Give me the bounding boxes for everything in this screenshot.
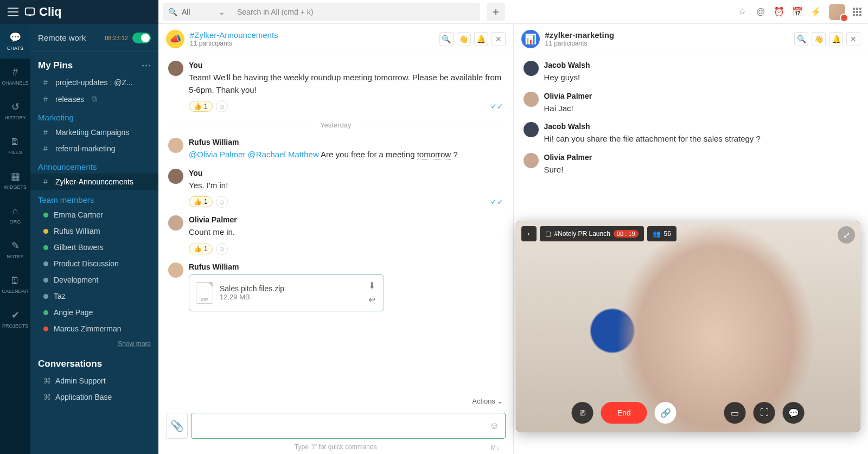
reaction-thumbs-up[interactable]: 👍 1 — [189, 244, 213, 254]
sender-name: Olivia Palmer — [189, 215, 503, 224]
sender-name: Olivia Palmer — [544, 153, 859, 162]
mention[interactable]: @Rachael Matthew — [248, 150, 319, 159]
channel-wave-button[interactable]: 👋 — [812, 32, 826, 46]
reaction-thumbs-up[interactable]: 👍 1 — [189, 196, 213, 207]
channel-search-button[interactable]: 🔍 — [439, 32, 454, 46]
hamburger-menu[interactable] — [8, 8, 18, 16]
markdown-hint: M↓ — [491, 444, 500, 451]
calendar-icon[interactable]: 📅 — [792, 7, 803, 17]
add-reaction-button[interactable]: ☺ — [216, 243, 228, 255]
team-item[interactable]: Product Discussion — [30, 255, 158, 272]
show-more-link[interactable]: Show more — [30, 337, 158, 351]
add-reaction-button[interactable]: ☺ — [216, 100, 228, 112]
message-text: @Olivia Palmer @Rachael Matthew Are you … — [189, 149, 503, 161]
video-expand-button[interactable]: ⤢ — [838, 226, 855, 244]
video-participants-pill[interactable]: 👥 56 — [647, 226, 676, 241]
people-icon: 👥 — [653, 230, 661, 238]
remote-toggle[interactable] — [132, 33, 151, 43]
status-dot — [43, 327, 48, 331]
nav-widgets[interactable]: ▦WIDGETS — [0, 163, 30, 197]
fullscreen-button[interactable]: ⛶ — [754, 402, 775, 424]
participant-count: 56 — [664, 230, 671, 238]
message: Jacob Walsh Hey guys! — [524, 61, 859, 84]
status-dot — [43, 245, 48, 250]
channel-close-button[interactable]: ✕ — [492, 32, 506, 46]
channel-subtitle: 11 participants — [545, 40, 615, 47]
share-icon[interactable]: ↩ — [366, 295, 377, 305]
status-dot — [43, 310, 48, 315]
end-call-button[interactable]: End — [601, 402, 647, 424]
team-item[interactable]: Angie Page — [30, 304, 158, 321]
channel-close-button[interactable]: ✕ — [846, 32, 860, 46]
video-feed — [516, 221, 861, 432]
channel-name[interactable]: #zylker-marketing — [545, 30, 615, 40]
remote-label: Remote work — [38, 33, 86, 42]
remote-time: 08:23:12 — [105, 35, 128, 41]
pin-item[interactable]: #releases⧉ — [30, 91, 158, 107]
nav-history[interactable]: ↺HISTORY — [0, 93, 30, 128]
pip-button[interactable]: ▭ — [724, 402, 746, 424]
nav-channels[interactable]: #CHANNELS — [0, 59, 30, 93]
channel-wave-button[interactable]: 👋 — [457, 32, 471, 46]
channel-item[interactable]: #referral-marketing — [30, 140, 158, 157]
star-icon[interactable]: ☆ — [737, 7, 748, 17]
svg-rect-0 — [25, 8, 35, 15]
video-title-pill[interactable]: ▢ #Notely PR Launch 00 : 19 — [540, 226, 644, 241]
history-icon: ↺ — [11, 101, 20, 113]
nav-notes[interactable]: ✎NOTES — [0, 232, 30, 267]
sender-name: Jacob Walsh — [544, 61, 859, 69]
message-text: Count me in. — [189, 226, 503, 239]
conversation-item[interactable]: ⌘Admin Support — [30, 373, 158, 389]
channel-search-button[interactable]: 🔍 — [794, 32, 808, 46]
reminder-icon[interactable]: ⏰ — [774, 7, 784, 17]
channel-notify-button[interactable]: 🔔 — [829, 32, 843, 46]
emoji-button[interactable]: ☺ — [489, 420, 499, 432]
message-input[interactable] — [197, 421, 484, 431]
add-reaction-button[interactable]: ☺ — [216, 196, 228, 208]
mentions-icon[interactable]: @ — [755, 7, 766, 17]
files-icon: 🗎 — [10, 136, 20, 148]
search-input[interactable]: Search in All (cmd + k) — [231, 3, 480, 21]
team-item[interactable]: Emma Cartner — [30, 207, 158, 223]
file-attachment[interactable]: ZIP Sales pitch files.zip 12.29 MB ⬇ ↩ — [189, 274, 384, 311]
bolt-icon[interactable]: ⚡ — [810, 7, 821, 17]
actions-dropdown[interactable]: Actions ⌄ — [158, 395, 513, 407]
nav-files[interactable]: 🗎FILES — [0, 128, 30, 163]
team-item[interactable]: Taz — [30, 288, 158, 304]
nav-calendar[interactable]: 🗓CALENDAR — [0, 267, 30, 302]
download-icon[interactable]: ⬇ — [366, 280, 377, 291]
nav-org[interactable]: ⌂ORG — [0, 197, 30, 232]
avatar — [524, 122, 539, 137]
channel-notify-button[interactable]: 🔔 — [474, 32, 488, 46]
search-scope-dropdown[interactable]: 🔍 All ⌄ — [163, 3, 231, 21]
team-item[interactable]: Marcus Zimmerman — [30, 321, 158, 337]
attach-button[interactable]: 📎 — [166, 413, 188, 439]
user-avatar[interactable] — [829, 4, 845, 20]
team-item[interactable]: Gilbert Bowers — [30, 239, 158, 255]
new-button[interactable]: ＋ — [487, 3, 505, 21]
conversation-item[interactable]: ⌘Application Base — [30, 389, 158, 405]
video-back-button[interactable]: ‹ — [521, 226, 537, 241]
app-logo[interactable]: Cliq — [24, 5, 62, 19]
channel-item[interactable]: #Marketing Campaigns — [30, 124, 158, 140]
channel-item-active[interactable]: #Zylker-Announcements — [30, 174, 158, 190]
team-item[interactable]: Development — [30, 272, 158, 288]
section-marketing: Marketing — [30, 107, 158, 124]
message-list[interactable]: You Team! We'll be having the weekly rou… — [158, 54, 513, 395]
video-call-overlay: ‹ ▢ #Notely PR Launch 00 : 19 👥 56 ⤢ ⎚ E… — [516, 221, 861, 432]
nav-projects[interactable]: ✔PROJECTS — [0, 302, 30, 336]
nav-chats[interactable]: 💬CHATS — [0, 24, 30, 59]
apps-grid-icon[interactable] — [853, 8, 861, 16]
chat-button[interactable]: 💬 — [783, 402, 805, 424]
pins-more-button[interactable]: ⋯ — [142, 60, 151, 71]
pin-item[interactable]: #project-updates : @Z... — [30, 74, 158, 91]
team-item[interactable]: Rufus William — [30, 223, 158, 239]
reaction-thumbs-up[interactable]: 👍 1 — [189, 101, 213, 112]
date-token[interactable]: tomorrow — [417, 150, 451, 159]
sender-name: You — [189, 169, 503, 177]
screen-share-button[interactable]: ⎚ — [572, 402, 593, 424]
mention[interactable]: @Olivia Palmer — [189, 150, 245, 159]
widgets-icon: ▦ — [11, 170, 20, 182]
copy-link-button[interactable]: 🔗 — [655, 402, 676, 424]
channel-name[interactable]: #Zylker-Announcements — [190, 30, 278, 40]
